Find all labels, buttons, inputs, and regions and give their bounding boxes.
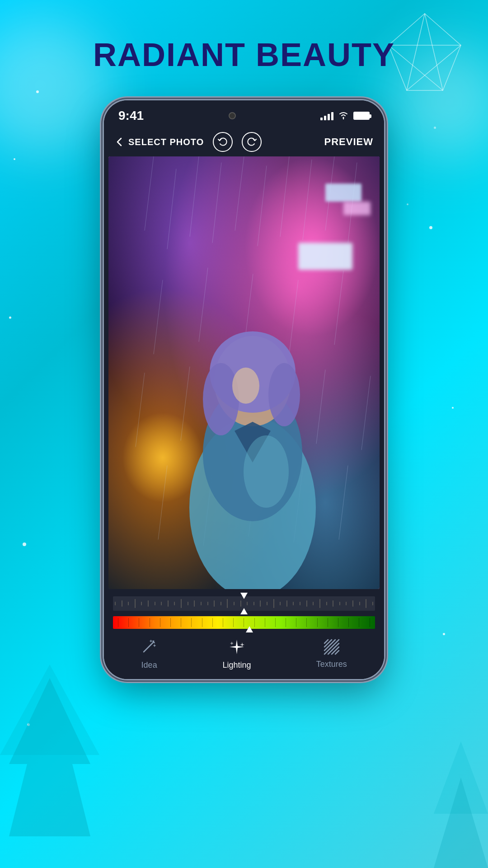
phone-mockup: 9:41	[104, 100, 384, 679]
signal-icon	[320, 111, 333, 120]
back-arrow-icon	[115, 137, 124, 146]
undo-button[interactable]	[213, 132, 233, 152]
slider-ticks	[113, 599, 375, 608]
svg-line-46	[144, 645, 151, 652]
photo-canvas[interactable]	[108, 156, 380, 589]
svg-marker-0	[389, 14, 461, 90]
svg-line-4	[407, 14, 425, 90]
phone-screen: 9:41	[104, 100, 384, 679]
color-bar-ticks	[113, 616, 375, 629]
svg-line-11	[145, 156, 154, 231]
svg-line-1	[425, 14, 443, 90]
status-time: 9:41	[118, 108, 144, 123]
svg-line-36	[339, 466, 348, 540]
phone-body: 9:41	[104, 100, 384, 679]
svg-line-14	[212, 163, 221, 243]
tree-right	[434, 732, 488, 868]
nav-item-lighting[interactable]: Lighting	[222, 638, 251, 670]
color-slider-container	[108, 614, 380, 632]
nav-controls	[213, 132, 262, 152]
lighting-label: Lighting	[222, 660, 251, 670]
textures-icon	[324, 639, 340, 657]
svg-line-21	[154, 280, 163, 354]
idea-label: Idea	[141, 660, 157, 670]
status-bar: 9:41	[104, 100, 384, 127]
color-slider[interactable]	[113, 616, 375, 629]
svg-line-54	[324, 640, 328, 643]
nav-item-textures[interactable]: Textures	[316, 639, 347, 669]
svg-line-31	[361, 376, 371, 450]
svg-point-45	[244, 435, 289, 508]
select-photo-button[interactable]: SELECT PHOTO	[115, 137, 204, 147]
battery-icon	[353, 112, 370, 120]
nav-item-idea[interactable]: Idea	[141, 638, 157, 670]
svg-point-49	[153, 640, 155, 642]
svg-line-3	[389, 45, 443, 90]
undo-icon	[218, 137, 228, 147]
svg-line-55	[324, 640, 332, 647]
svg-line-13	[190, 156, 199, 237]
svg-marker-8	[434, 741, 488, 814]
status-icons	[320, 110, 370, 122]
svg-point-41	[203, 363, 239, 435]
svg-line-16	[258, 166, 267, 246]
svg-marker-9	[434, 778, 488, 868]
svg-line-17	[280, 156, 289, 237]
preview-button[interactable]: PREVIEW	[324, 136, 373, 148]
bottom-nav: Idea Lighting	[108, 632, 380, 679]
svg-line-2	[407, 45, 461, 90]
svg-line-12	[167, 169, 176, 249]
tone-slider[interactable]	[113, 596, 375, 611]
svg-marker-6	[9, 678, 90, 836]
svg-line-59	[332, 647, 339, 654]
bg-glow-left	[0, 18, 108, 154]
redo-button[interactable]	[242, 132, 262, 152]
svg-line-47	[151, 642, 154, 645]
wifi-icon	[338, 110, 349, 122]
tone-slider-thumb-bottom	[240, 608, 248, 614]
nav-bar: SELECT PHOTO	[104, 127, 384, 156]
svg-marker-7	[0, 665, 99, 755]
select-photo-label: SELECT PHOTO	[128, 137, 204, 147]
lighting-icon	[228, 638, 246, 658]
bg-glow-right	[393, 45, 488, 158]
textures-label: Textures	[316, 660, 347, 669]
tree-left	[0, 665, 99, 868]
tone-slider-container	[108, 589, 380, 614]
redo-icon	[247, 137, 257, 147]
svg-line-26	[136, 373, 145, 447]
svg-line-15	[235, 156, 244, 231]
svg-point-10	[343, 117, 344, 118]
tone-slider-thumb	[240, 593, 248, 599]
svg-line-60	[335, 651, 339, 654]
woman-figure	[167, 282, 338, 589]
svg-line-18	[303, 160, 312, 240]
bottom-controls: Idea Lighting	[104, 589, 384, 679]
svg-point-43	[232, 368, 259, 404]
color-slider-thumb	[246, 626, 253, 632]
svg-line-32	[158, 466, 167, 540]
photo-image	[108, 156, 380, 589]
idea-icon	[141, 638, 157, 658]
front-camera	[229, 112, 236, 119]
svg-point-42	[268, 363, 300, 426]
page-title: RADIANT BEAUTY	[93, 36, 395, 73]
